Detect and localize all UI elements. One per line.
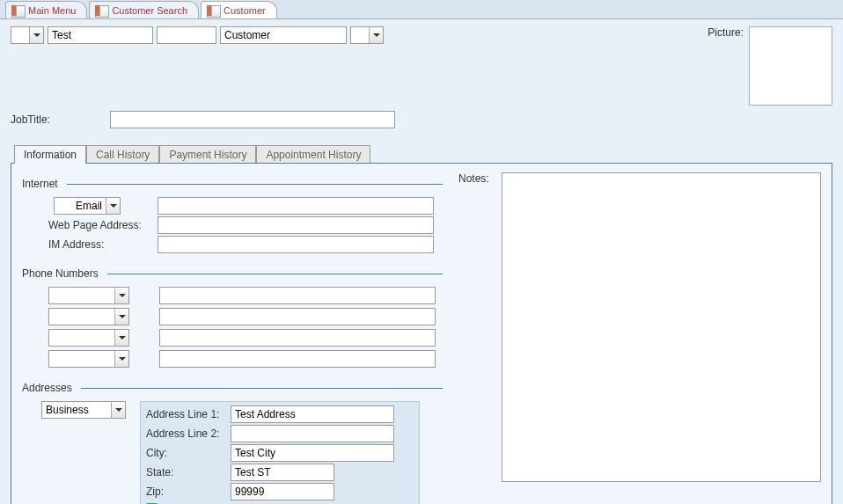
detail-tabs: Information Call History Payment History… [11, 144, 832, 504]
notes-label: Notes: [458, 172, 495, 185]
dropdown-button[interactable] [114, 351, 128, 367]
name-prefix-combo[interactable] [11, 26, 44, 44]
addr-zip-input[interactable] [231, 483, 334, 500]
phone-type-combo[interactable] [48, 350, 129, 368]
divider [107, 274, 443, 274]
first-name-input[interactable] [48, 26, 153, 44]
chevron-down-icon [119, 357, 126, 361]
addr-city-label: City: [146, 447, 231, 459]
window-tab-label: Customer Search [112, 5, 187, 16]
middle-name-input[interactable] [157, 26, 216, 44]
divider [81, 388, 443, 389]
dropdown-button[interactable] [369, 27, 383, 43]
addr-zip-label: Zip: [146, 486, 231, 498]
window-tab-main-menu[interactable]: Main Menu [5, 1, 87, 18]
address-type-input[interactable] [42, 402, 111, 418]
phone-type-input[interactable] [49, 309, 114, 325]
chevron-down-icon [119, 294, 126, 297]
picture-label: Picture: [707, 26, 744, 39]
tab-information[interactable]: Information [14, 145, 86, 164]
phone-input[interactable] [159, 287, 436, 304]
im-label: IM Address: [22, 238, 158, 251]
phone-group-header: Phone Numbers [22, 267, 443, 280]
phone-input[interactable] [159, 350, 436, 368]
address-panel: Address Line 1: Address Line 2: City: [140, 401, 420, 504]
chevron-down-icon [110, 204, 117, 208]
tab-appointment-history[interactable]: Appointment History [256, 145, 370, 164]
form-icon [11, 5, 24, 16]
name-header-row: Picture: [11, 26, 832, 106]
picture-box[interactable] [749, 26, 832, 106]
dropdown-button[interactable] [106, 198, 120, 214]
window-tab-customer[interactable]: Customer [201, 1, 277, 18]
address-type-combo[interactable] [41, 401, 126, 419]
phone-input[interactable] [159, 329, 436, 347]
tab-call-history[interactable]: Call History [86, 145, 159, 164]
job-title-label: JobTitle: [11, 113, 50, 126]
addr-line1-input[interactable] [231, 405, 394, 423]
chevron-down-icon [33, 33, 40, 37]
window-tab-label: Main Menu [28, 5, 76, 16]
email-type-combo[interactable] [54, 197, 121, 215]
window-tabs: Main Menu Customer Search Customer [0, 0, 843, 19]
dropdown-button[interactable] [111, 402, 125, 418]
im-input[interactable] [158, 236, 434, 253]
phone-type-combo[interactable] [48, 308, 129, 325]
web-label: Web Page Address: [22, 219, 158, 231]
phone-group-label: Phone Numbers [22, 267, 104, 280]
last-name-input[interactable] [220, 26, 347, 44]
divider [67, 184, 443, 185]
addr-line1-label: Address Line 1: [146, 408, 231, 420]
phone-type-input[interactable] [49, 288, 114, 303]
form-icon [95, 5, 107, 16]
window-tab-customer-search[interactable]: Customer Search [89, 1, 199, 18]
notes-textarea[interactable] [502, 172, 822, 482]
addr-line2-label: Address Line 2: [146, 427, 231, 440]
name-suffix-input[interactable] [351, 27, 369, 43]
internet-group-header: Internet [22, 178, 443, 190]
job-title-row: JobTitle: [11, 111, 832, 128]
dropdown-button[interactable] [114, 309, 128, 325]
internet-group-label: Internet [22, 178, 63, 190]
name-prefix-input[interactable] [11, 27, 29, 43]
addresses-group-header: Addresses [22, 382, 443, 394]
phone-type-combo[interactable] [48, 287, 129, 304]
addresses-group-label: Addresses [22, 382, 77, 394]
window-tab-label: Customer [224, 5, 266, 16]
addr-line2-input[interactable] [231, 425, 394, 442]
email-input[interactable] [158, 197, 434, 215]
chevron-down-icon [119, 315, 126, 318]
email-type-input[interactable] [55, 198, 106, 214]
dropdown-button[interactable] [114, 330, 128, 346]
form-icon [207, 5, 219, 16]
dropdown-button[interactable] [29, 27, 43, 43]
web-input[interactable] [158, 216, 434, 234]
chevron-down-icon [115, 408, 122, 412]
addr-state-label: State: [146, 466, 231, 478]
chevron-down-icon [119, 336, 126, 340]
form-body: Picture: JobTitle: Information Call Hist… [0, 19, 843, 504]
dropdown-button[interactable] [114, 288, 128, 303]
job-title-input[interactable] [110, 111, 395, 128]
tab-payment-history[interactable]: Payment History [159, 145, 256, 164]
addr-city-input[interactable] [231, 444, 394, 462]
phone-type-combo[interactable] [48, 329, 129, 347]
addr-state-input[interactable] [231, 464, 334, 481]
phone-input[interactable] [159, 308, 436, 325]
phone-type-input[interactable] [49, 330, 114, 346]
phone-type-input[interactable] [49, 351, 114, 367]
name-suffix-combo[interactable] [350, 26, 384, 44]
chevron-down-icon [373, 33, 380, 37]
